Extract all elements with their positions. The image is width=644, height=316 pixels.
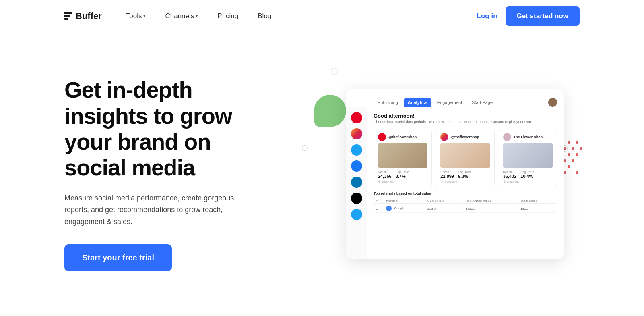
table-row: 1 Google 2,385 $29.32 $8,214 [374, 204, 556, 213]
nav-item-blog[interactable]: Blog [258, 12, 271, 20]
sidebar-item-twitter2[interactable] [351, 209, 362, 220]
hero-left: Get in-depth insights to grow your brand… [64, 77, 274, 271]
card-time-3: ⏱ a day ago [503, 180, 553, 183]
reach-stat-1: Reach 24,356 [378, 170, 392, 179]
hero-right: Publishing Analytics Engagement Start Pa… [306, 32, 580, 316]
card-time-1: ⏱ a day ago [378, 180, 427, 183]
card-image-3 [503, 143, 553, 168]
logo-link[interactable]: Buffer [64, 11, 102, 21]
eng-stat-3: Eng. Rate 10.4% [520, 170, 534, 179]
tab-analytics[interactable]: Analytics [404, 98, 431, 107]
col-num: # [374, 198, 384, 204]
nav-item-tools[interactable]: Tools ▾ [126, 12, 146, 20]
dashboard-content: Good afternoon! Choose from useful data … [367, 107, 564, 259]
col-avg-order: Avg. Order Value [464, 198, 518, 204]
dashboard-subtitle: Choose from useful data periods like Las… [374, 120, 557, 124]
card-account-2: @theflowershop [440, 133, 490, 141]
sidebar-item-pinterest[interactable] [351, 112, 362, 123]
channel-card-3: The Flower Shop Reach 36,402 Eng. Rate 1… [499, 129, 557, 187]
card-account-3: The Flower Shop [503, 133, 553, 141]
sidebar-item-twitter[interactable] [351, 144, 362, 156]
nav-actions: Log in Get started now [477, 6, 580, 26]
chevron-down-icon: ▾ [143, 13, 146, 19]
deco-circle-1 [331, 68, 338, 75]
card-stats-2: Reach 22,899 Eng. Rate 9.3% [440, 170, 490, 179]
col-customers: Customers [426, 198, 463, 204]
reach-stat-2: Reach 22,899 [440, 170, 454, 179]
eng-stat-1: Eng. Rate 8.7% [396, 170, 409, 179]
nav-item-channels[interactable]: Channels ▾ [165, 12, 198, 20]
sidebar-item-tiktok[interactable] [351, 193, 362, 204]
hero-title: Get in-depth insights to grow your brand… [64, 77, 274, 181]
login-button[interactable]: Log in [477, 12, 497, 20]
card-avatar-2 [440, 133, 448, 141]
start-trial-button[interactable]: Start your free trial [64, 244, 172, 271]
nav-item-pricing[interactable]: Pricing [217, 12, 238, 20]
card-stats-1: Reach 24,356 Eng. Rate 8.7% [378, 170, 427, 179]
get-started-button[interactable]: Get started now [506, 6, 580, 26]
hero-description: Measure social media performance, create… [64, 192, 242, 228]
dashboard-mockup: Publishing Analytics Engagement Start Pa… [346, 89, 564, 259]
reach-stat-3: Reach 36,402 [503, 170, 517, 179]
deco-blob [314, 95, 346, 127]
card-time-2: ⏱ a day ago [440, 180, 490, 183]
tab-start-page[interactable]: Start Page [468, 98, 497, 107]
referrals-table: # Referral Customers Avg. Order Value To… [374, 197, 557, 214]
hero-section: Get in-depth insights to grow your brand… [0, 32, 644, 316]
sidebar-item-instagram[interactable] [351, 128, 362, 139]
google-icon [386, 206, 392, 211]
avatar [548, 98, 557, 107]
card-image-1 [378, 143, 427, 168]
col-total-sales: Total Sales [519, 198, 556, 204]
channel-card-2: @theflowershop Reach 22,899 Eng. Rate 9.… [436, 129, 494, 187]
card-avatar-3 [503, 133, 511, 141]
card-stats-3: Reach 36,402 Eng. Rate 10.4% [503, 170, 553, 179]
table-title: Top referrals based on total sales [374, 191, 557, 195]
eng-stat-2: Eng. Rate 9.3% [458, 170, 471, 179]
chevron-down-icon: ▾ [196, 13, 198, 19]
channel-card-1: @theflowershop Reach 24,356 Eng. Rate 8.… [374, 129, 432, 187]
tab-engagement[interactable]: Engagement [433, 98, 466, 107]
dashboard-sidebar [346, 107, 367, 259]
channel-cards: @theflowershop Reach 24,356 Eng. Rate 8.… [374, 129, 557, 187]
col-referral: Referral [384, 198, 425, 204]
dashboard-tabs: Publishing Analytics Engagement Start Pa… [367, 89, 564, 107]
card-avatar-1 [378, 133, 386, 141]
referrals-table-section: Top referrals based on total sales # Ref… [374, 191, 557, 214]
logo-text: Buffer [76, 11, 102, 21]
navbar: Buffer Tools ▾ Channels ▾ Pricing Blog L… [0, 0, 644, 32]
dashboard-greeting: Good afternoon! [374, 113, 557, 119]
sidebar-item-linkedin[interactable] [351, 177, 362, 188]
card-image-2 [440, 143, 490, 168]
nav-links: Tools ▾ Channels ▾ Pricing Blog [126, 12, 477, 20]
sidebar-item-facebook[interactable] [351, 160, 362, 172]
card-account-1: @theflowershop [378, 133, 427, 141]
deco-circle-2 [302, 145, 308, 151]
logo-icon [64, 12, 72, 20]
tab-publishing[interactable]: Publishing [374, 98, 402, 107]
